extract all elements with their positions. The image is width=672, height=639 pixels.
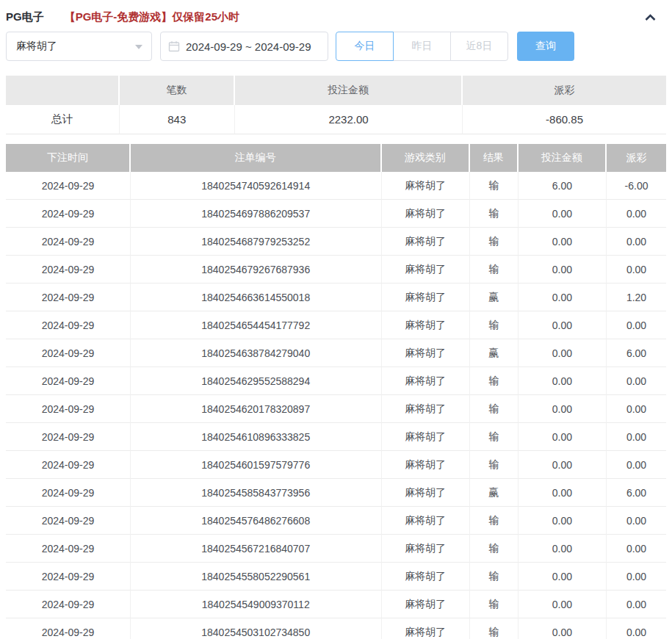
summary-header-payout: 派彩: [463, 76, 666, 105]
payout-cell: 0.00: [607, 451, 666, 479]
last-8-days-button[interactable]: 近8日: [450, 32, 508, 61]
bet-time-cell: 2024-09-29: [6, 479, 131, 507]
bet-time-cell: 2024-09-29: [6, 423, 131, 451]
result-cell: 输: [470, 311, 519, 339]
table-row: 2024-09-291840254697886209537麻将胡了输0.000.…: [6, 200, 666, 228]
chevron-up-icon: [645, 11, 656, 24]
result-cell: 输: [470, 451, 519, 479]
result-cell: 赢: [470, 284, 519, 311]
date-range-value: 2024-09-29 ~ 2024-09-29: [186, 40, 311, 53]
payout-cell: 0.00: [607, 395, 666, 423]
yesterday-button[interactable]: 昨日: [393, 32, 451, 61]
bet-time-cell: 2024-09-29: [6, 563, 131, 591]
bet-amount-cell: 0.00: [519, 591, 607, 618]
header-bet-amount: 投注金额: [519, 144, 607, 172]
bet-amount-cell: 0.00: [519, 535, 607, 563]
table-row: 2024-09-291840254629552588294麻将胡了输0.000.…: [6, 367, 666, 395]
payout-cell: 6.00: [607, 479, 666, 507]
bet-id-cell: 1840254654454177792: [131, 311, 382, 339]
panel-title: PG电子: [6, 10, 44, 24]
game-type-cell: 麻将胡了: [382, 479, 470, 507]
bet-amount-cell: 0.00: [519, 339, 607, 367]
bet-time-cell: 2024-09-29: [6, 339, 131, 367]
table-row: 2024-09-291840254638784279040麻将胡了赢0.006.…: [6, 339, 666, 367]
game-select[interactable]: 麻将胡了: [6, 32, 152, 61]
payout-cell: 0.00: [607, 228, 666, 256]
payout-cell: 0.00: [607, 591, 666, 618]
table-row: 2024-09-291840254687979253252麻将胡了输0.000.…: [6, 228, 666, 256]
bet-amount-cell: 6.00: [519, 172, 607, 200]
summary-total-bet-amount: 2232.00: [235, 105, 463, 134]
bet-table-header-row: 下注时间 注单编号 游戏类别 结果 投注金额 派彩: [6, 144, 666, 172]
table-row: 2024-09-291840254663614550018麻将胡了赢0.001.…: [6, 284, 666, 311]
game-type-cell: 麻将胡了: [382, 367, 470, 395]
pg-games-panel: PG电子 【PG电子-免费游戏】仅保留25小时 麻将胡了 2024-09-29 …: [0, 0, 672, 639]
filter-toolbar: 麻将胡了 2024-09-29 ~ 2024-09-29 今日 昨日 近8日 查…: [6, 32, 666, 61]
bet-time-cell: 2024-09-29: [6, 311, 131, 339]
date-range-input[interactable]: 2024-09-29 ~ 2024-09-29: [160, 32, 328, 61]
game-type-cell: 麻将胡了: [382, 591, 470, 618]
today-button[interactable]: 今日: [336, 32, 394, 61]
game-type-cell: 麻将胡了: [382, 284, 470, 311]
payout-cell: 0.00: [607, 423, 666, 451]
bet-id-cell: 1840254503102734850: [131, 618, 382, 639]
game-type-cell: 麻将胡了: [382, 172, 470, 200]
bet-amount-cell: 0.00: [519, 367, 607, 395]
header-bet-time: 下注时间: [6, 144, 131, 172]
header-bet-id: 注单编号: [131, 144, 382, 172]
result-cell: 赢: [470, 339, 519, 367]
game-type-cell: 麻将胡了: [382, 256, 470, 284]
bet-time-cell: 2024-09-29: [6, 618, 131, 639]
bet-time-cell: 2024-09-29: [6, 591, 131, 618]
bet-time-cell: 2024-09-29: [6, 367, 131, 395]
table-row: 2024-09-291840254567216840707麻将胡了输0.000.…: [6, 535, 666, 563]
summary-total-payout: -860.85: [463, 105, 666, 134]
bet-id-cell: 1840254576486276608: [131, 507, 382, 535]
summary-header-row: 笔数 投注金额 派彩: [6, 76, 666, 105]
bet-amount-cell: 0.00: [519, 563, 607, 591]
bet-amount-cell: 0.00: [519, 228, 607, 256]
bet-id-cell: 1840254679267687936: [131, 256, 382, 284]
payout-cell: 0.00: [607, 563, 666, 591]
game-type-cell: 麻将胡了: [382, 451, 470, 479]
bet-time-cell: 2024-09-29: [6, 451, 131, 479]
bet-amount-cell: 0.00: [519, 507, 607, 535]
quick-range-group: 今日 昨日 近8日: [336, 32, 508, 61]
payout-cell: 0.00: [607, 256, 666, 284]
collapse-panel-button[interactable]: [645, 11, 656, 24]
bet-id-cell: 1840254585843773956: [131, 479, 382, 507]
summary-header-count: 笔数: [120, 76, 235, 105]
result-cell: 输: [470, 507, 519, 535]
chevron-down-icon: [135, 45, 142, 49]
bet-id-cell: 1840254663614550018: [131, 284, 382, 311]
bet-records-table: 下注时间 注单编号 游戏类别 结果 投注金额 派彩 2024-09-291840…: [6, 144, 666, 639]
retention-notice: 【PG电子-免费游戏】仅保留25小时: [65, 10, 239, 24]
bet-table-body: 2024-09-291840254740592614914麻将胡了输6.00-6…: [6, 172, 666, 639]
summary-total-label: 总计: [6, 105, 120, 134]
summary-table: 笔数 投注金额 派彩 总计 843 2232.00 -860.85: [6, 76, 666, 134]
bet-time-cell: 2024-09-29: [6, 200, 131, 228]
payout-cell: 6.00: [607, 339, 666, 367]
game-type-cell: 麻将胡了: [382, 507, 470, 535]
table-row: 2024-09-291840254620178320897麻将胡了输0.000.…: [6, 395, 666, 423]
bet-amount-cell: 0.00: [519, 256, 607, 284]
game-type-cell: 麻将胡了: [382, 339, 470, 367]
table-row: 2024-09-291840254679267687936麻将胡了输0.000.…: [6, 256, 666, 284]
result-cell: 输: [470, 423, 519, 451]
bet-amount-cell: 0.00: [519, 200, 607, 228]
game-select-value: 麻将胡了: [16, 40, 57, 53]
bet-amount-cell: 0.00: [519, 311, 607, 339]
header-payout: 派彩: [607, 144, 666, 172]
table-row: 2024-09-291840254558052290561麻将胡了输0.000.…: [6, 563, 666, 591]
table-row: 2024-09-291840254601597579776麻将胡了输0.000.…: [6, 451, 666, 479]
query-button[interactable]: 查询: [517, 32, 574, 61]
bet-amount-cell: 0.00: [519, 451, 607, 479]
payout-cell: 0.00: [607, 311, 666, 339]
table-row: 2024-09-291840254576486276608麻将胡了输0.000.…: [6, 507, 666, 535]
header-game-type: 游戏类别: [382, 144, 470, 172]
result-cell: 赢: [470, 479, 519, 507]
game-type-cell: 麻将胡了: [382, 200, 470, 228]
bet-id-cell: 1840254558052290561: [131, 563, 382, 591]
result-cell: 输: [470, 618, 519, 639]
game-type-cell: 麻将胡了: [382, 618, 470, 639]
